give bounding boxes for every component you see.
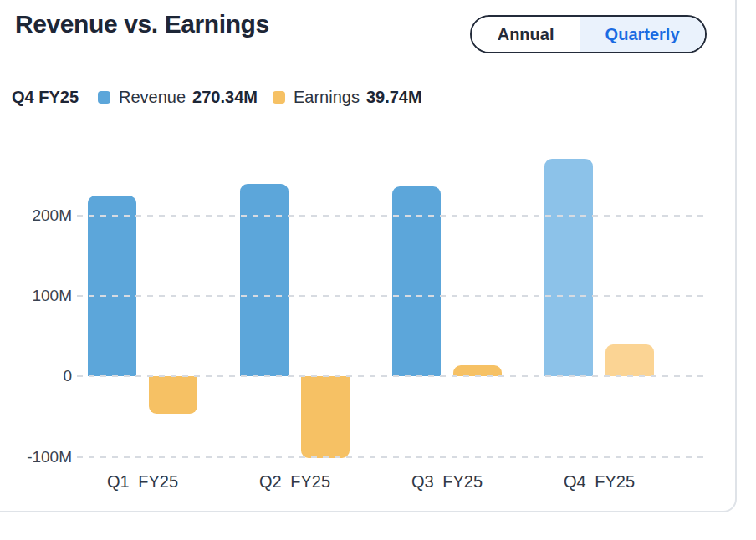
gridline [77, 456, 709, 458]
gridline [77, 295, 709, 297]
bar-group-q2-fy25: Q2 FY25 [240, 155, 350, 468]
plot-area: Q1 FY25Q2 FY25Q3 FY25Q4 FY25 [77, 155, 709, 468]
legend-period-label: Q4 FY25 [12, 88, 79, 107]
toggle-annual-button[interactable]: Annual [472, 17, 580, 52]
earnings-bar[interactable] [301, 376, 350, 458]
y-tick-label: 100M [32, 287, 72, 305]
revenue-bar[interactable] [240, 184, 289, 377]
legend-item-revenue: Revenue 270.34M [98, 88, 258, 107]
gridline [77, 375, 709, 377]
y-axis: 200M100M0-100M [0, 155, 72, 468]
x-axis-label: Q2 FY25 [240, 472, 350, 492]
legend-item-earnings: Earnings 39.74M [273, 88, 422, 107]
y-tick-label: 200M [32, 206, 72, 225]
earnings-bar[interactable] [149, 376, 197, 413]
chart-title: Revenue vs. Earnings [15, 10, 269, 38]
bar-groups: Q1 FY25Q2 FY25Q3 FY25Q4 FY25 [88, 155, 709, 468]
y-tick-label: -100M [27, 448, 72, 466]
earnings-label: Earnings [294, 88, 360, 107]
x-axis-label: Q1 FY25 [88, 472, 197, 492]
page: Revenue vs. Earnings Annual Quarterly Q4… [0, 0, 756, 540]
x-axis-label: Q3 FY25 [392, 472, 502, 492]
gridline [77, 215, 709, 217]
period-toggle[interactable]: Annual Quarterly [470, 15, 707, 53]
earnings-value: 39.74M [366, 88, 422, 107]
earnings-bar[interactable] [605, 344, 654, 376]
y-tick-label: 0 [63, 367, 72, 385]
bar-group-q4-fy25: Q4 FY25 [544, 155, 654, 468]
bar-group-q3-fy25: Q3 FY25 [392, 155, 502, 468]
revenue-label: Revenue [119, 88, 186, 107]
earnings-bar[interactable] [453, 365, 502, 376]
revenue-swatch-icon [98, 91, 110, 104]
earnings-swatch-icon [273, 91, 285, 104]
bar-group-q1-fy25: Q1 FY25 [88, 155, 197, 468]
revenue-bar[interactable] [88, 196, 136, 376]
revenue-bar[interactable] [544, 159, 593, 376]
toggle-quarterly-button[interactable]: Quarterly [580, 17, 705, 52]
chart-legend: Q4 FY25 Revenue 270.34M Earnings 39.74M [12, 84, 437, 110]
bar-chart: 200M100M0-100M Q1 FY25Q2 FY25Q3 FY25Q4 F… [0, 155, 709, 468]
revenue-value: 270.34M [192, 88, 258, 107]
x-axis-label: Q4 FY25 [544, 472, 654, 492]
